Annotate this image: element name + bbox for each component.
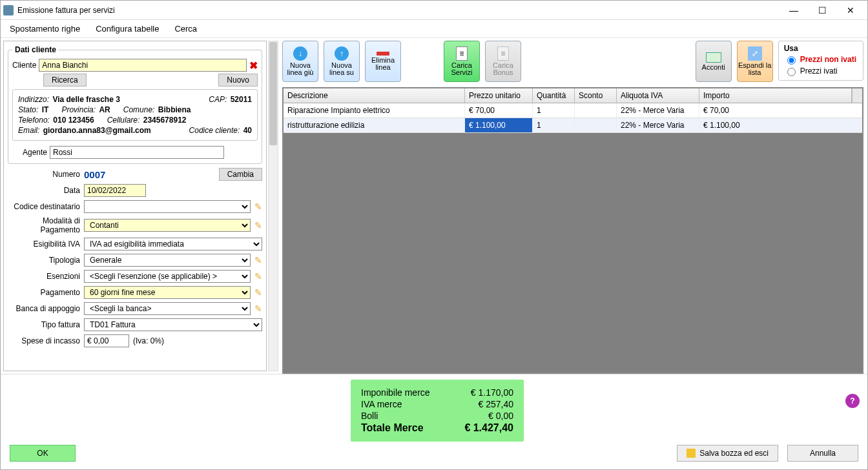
- acconti-button[interactable]: Acconti: [696, 41, 732, 82]
- window-title: Emissione fattura per servizi: [17, 6, 780, 15]
- client-card: Indirizzo: Via delle frasche 3 CAP: 5201…: [12, 89, 258, 141]
- clear-client-icon[interactable]: ✖: [249, 59, 258, 72]
- client-input[interactable]: [39, 59, 247, 72]
- ricerca-button[interactable]: Ricerca: [43, 74, 87, 87]
- numero-value: 0007: [84, 169, 105, 180]
- edit-icon[interactable]: ✎: [254, 271, 262, 281]
- client-group-title: Dati cliente: [12, 45, 59, 54]
- prezzi-ivati-radio[interactable]: Prezzi ivati: [784, 66, 856, 76]
- folder-icon: [687, 449, 696, 458]
- banca-select[interactable]: <Scegli la banca>: [84, 302, 251, 315]
- espandi-lista-button[interactable]: ⤢ Espandi la lista: [737, 41, 773, 82]
- nuova-linea-su-button[interactable]: ↑ Nuova linea su: [324, 41, 360, 82]
- titlebar: Emissione fattura per servizi — ☐ ✕: [1, 1, 867, 20]
- tipo-fattura-select[interactable]: TD01 Fattura: [84, 318, 262, 331]
- menu-cerca[interactable]: Cerca: [174, 24, 197, 34]
- close-button[interactable]: ✕: [836, 1, 865, 19]
- usa-group: Usa Prezzi non ivati Prezzi ivati: [778, 41, 863, 81]
- carica-servizi-button[interactable]: ≡ Carica Servizi: [444, 41, 480, 82]
- cambia-button[interactable]: Cambia: [219, 168, 262, 181]
- lines-grid[interactable]: Descrizione Prezzo unitario Quantità Sco…: [282, 87, 863, 374]
- edit-icon[interactable]: ✎: [254, 220, 262, 230]
- spese-input[interactable]: [84, 334, 129, 347]
- totals-panel: Imponibile merce€ 1.170,00 IVA merce€ 25…: [351, 380, 524, 442]
- cancel-button[interactable]: Annulla: [787, 445, 858, 462]
- nuova-linea-giu-button[interactable]: ↓ Nuova linea giù: [282, 41, 318, 82]
- client-group: Dati cliente Cliente ✖ Ricerca Nuovo: [8, 45, 262, 164]
- data-input[interactable]: [84, 184, 146, 197]
- help-icon[interactable]: ?: [845, 394, 860, 408]
- agent-input[interactable]: [50, 146, 224, 159]
- page-icon: ≡: [497, 46, 509, 61]
- money-icon: [706, 52, 721, 63]
- menubar: Spostamento righe Configura tabelle Cerc…: [1, 20, 867, 38]
- minus-icon: [377, 52, 389, 56]
- edit-icon[interactable]: ✎: [254, 303, 262, 314]
- destinatario-select[interactable]: [84, 200, 251, 213]
- pagamento-mod-select[interactable]: Contanti: [84, 219, 251, 232]
- arrow-up-icon: ↑: [335, 46, 349, 61]
- save-draft-button[interactable]: Salva bozza ed esci: [677, 445, 778, 462]
- page-icon: ≡: [456, 46, 468, 61]
- edit-icon[interactable]: ✎: [254, 287, 262, 298]
- nuovo-button[interactable]: Nuovo: [218, 74, 258, 87]
- pagamento-select[interactable]: 60 giorni fine mese: [84, 286, 251, 299]
- edit-icon[interactable]: ✎: [254, 255, 262, 265]
- client-label: Cliente: [12, 61, 36, 70]
- menu-configura[interactable]: Configura tabelle: [96, 24, 159, 34]
- edit-icon[interactable]: ✎: [254, 201, 262, 212]
- left-scrollbar[interactable]: [268, 41, 278, 371]
- prezzi-non-ivati-radio[interactable]: Prezzi non ivati: [784, 54, 856, 65]
- maximize-button[interactable]: ☐: [808, 1, 836, 19]
- arrow-down-icon: ↓: [293, 46, 307, 61]
- ok-button[interactable]: OK: [10, 445, 76, 462]
- agent-label: Agente: [12, 148, 47, 157]
- elimina-linea-button[interactable]: Elimina linea: [365, 41, 401, 82]
- carica-bonus-button[interactable]: ≡ Carica Bonus: [485, 41, 521, 82]
- menu-spostamento[interactable]: Spostamento righe: [10, 24, 80, 34]
- app-icon: [3, 5, 14, 15]
- expand-icon: ⤢: [748, 46, 762, 61]
- table-row[interactable]: ristrutturazione edilizia € 1.100,00 1 2…: [284, 118, 862, 133]
- esigibilita-select[interactable]: IVA ad esigibilità immediata: [84, 238, 262, 250]
- minimize-button[interactable]: —: [780, 1, 808, 19]
- tipologia-select[interactable]: Generale: [84, 254, 251, 267]
- esenzioni-select[interactable]: <Scegli l'esenzione (se applicabile) >: [84, 270, 251, 283]
- table-row[interactable]: Riparazione Impianto elettrico € 70,00 1…: [284, 103, 862, 118]
